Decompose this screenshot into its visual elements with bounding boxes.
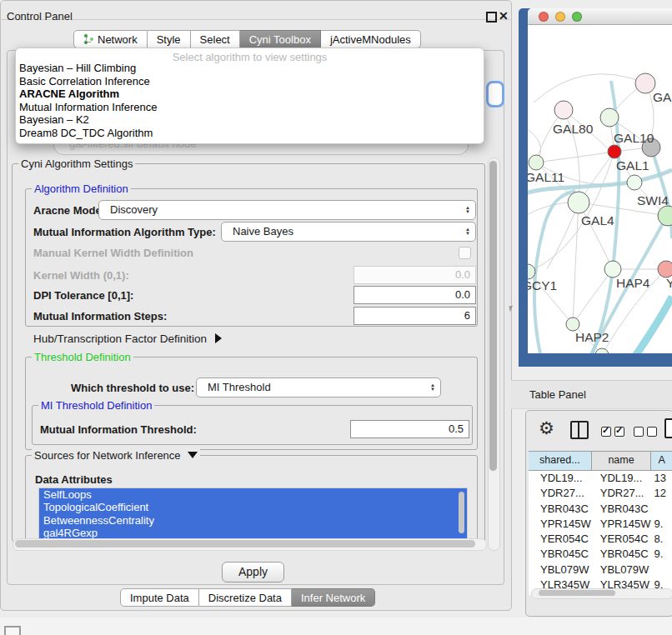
table-row[interactable]: YBR045CYBR045C9. [529, 547, 672, 562]
node-label: GCY1 [528, 278, 557, 292]
split-columns-icon[interactable] [570, 421, 589, 439]
mi-steps-label: Mutual Information Steps: [33, 310, 167, 322]
table-row[interactable]: YBL079WYBL079W [529, 562, 672, 578]
tab-label: Cyni Toolbox [249, 31, 311, 48]
algorithm-option[interactable]: ARACNE Algorithm [16, 88, 484, 101]
attribute-item[interactable]: BetweennessCentrality [39, 514, 467, 527]
network-window-titlebar[interactable] [528, 8, 672, 25]
mi-threshold-field[interactable]: 0.5 [350, 420, 469, 438]
attribute-item[interactable]: TopologicalCoefficient [39, 501, 467, 513]
settings-vertical-scrollbar[interactable] [488, 158, 500, 551]
network-edge[interactable] [536, 152, 614, 162]
hub-definition-toggle[interactable]: Hub/Transcription Factor Definition [33, 332, 222, 345]
control-panel-title: Control Panel [7, 10, 73, 22]
network-node-swi4[interactable] [627, 175, 642, 190]
kernel-width-field[interactable]: 0.0 [354, 266, 476, 284]
aracne-mode-combo[interactable]: Discovery ▲▼ [98, 200, 476, 220]
table-cell: YDL19... [529, 471, 592, 486]
tab-label: Network [98, 31, 138, 48]
tab-label: Style [157, 31, 181, 48]
dpi-tolerance-field[interactable]: 0.0 [354, 286, 476, 304]
expanded-arrow-icon [188, 452, 198, 458]
mi-steps-field[interactable]: 6 [354, 307, 476, 325]
tab-label: jActiveMNodules [330, 31, 411, 48]
control-panel-tabs: NetworkStyleSelectCyni ToolboxjActiveMNo… [73, 30, 421, 48]
data-attributes-list[interactable]: SelfLoopsTopologicalCoefficientBetweenne… [38, 488, 468, 541]
table-cell [651, 562, 672, 578]
table-cell: YBR045C [592, 547, 652, 562]
table-row[interactable]: YER054CYER054C8. [529, 532, 672, 547]
scrollbar-thumb[interactable] [15, 540, 475, 548]
import-table-icon[interactable] [664, 418, 672, 438]
deselect-all-checkboxes-icon[interactable] [634, 425, 660, 440]
algorithm-option[interactable]: Mutual Information Inference [16, 101, 484, 114]
network-node-gal1[interactable] [608, 145, 621, 158]
table-cell: YDL19... [592, 471, 652, 486]
inference-algorithm-combo-focus[interactable] [486, 81, 504, 108]
network-canvas[interactable]: GALGAL80GAL10GAL1GAL11SWI4GAL4GCY1HAP4YH… [528, 25, 672, 353]
network-edge[interactable] [573, 269, 613, 324]
gear-icon[interactable]: ⚙ [539, 419, 554, 437]
tab-discretize-data[interactable]: Discretize Data [199, 588, 292, 607]
tab-infer-network[interactable]: Infer Network [292, 588, 375, 607]
network-node-gal4[interactable] [568, 192, 589, 213]
tab-jactivemnodules[interactable]: jActiveMNodules [321, 30, 421, 48]
algorithm-option[interactable]: Dream8 DC_TDC Algorithm [16, 127, 484, 140]
node-table: shared...nameA YDL19...YDL19...13YDR27..… [529, 451, 672, 595]
mi-algorithm-type-value: Naive Bayes [233, 225, 293, 238]
float-window-icon[interactable] [486, 12, 497, 22]
minimized-window-icon[interactable] [4, 626, 21, 635]
table-row[interactable]: YBR043CYBR043C [529, 502, 672, 517]
mi-algorithm-type-label: Mutual Information Algorithm Type: [33, 226, 216, 238]
close-icon[interactable]: ✕ [499, 9, 509, 22]
network-node-gal10[interactable] [600, 108, 619, 127]
table-cell: YBR045C [529, 547, 592, 562]
table-row[interactable]: YDL19...YDL19...13 [529, 471, 672, 486]
tab-style[interactable]: Style [148, 30, 191, 48]
network-edge-thick[interactable] [624, 297, 672, 353]
network-edge[interactable] [573, 202, 579, 324]
tab-label: Discretize Data [208, 589, 282, 607]
which-threshold-label: Which threshold to use: [71, 382, 194, 394]
list-scrollbar[interactable] [459, 492, 464, 533]
which-threshold-combo[interactable]: MI Threshold ▲▼ [196, 378, 441, 398]
mac-close-icon[interactable] [539, 12, 549, 22]
table-row[interactable]: YDR27...YDR27...12 [529, 486, 672, 501]
network-node-gal80[interactable] [554, 101, 573, 119]
network-node-gal11[interactable] [529, 155, 544, 170]
mi-threshold-label: Mutual Information Threshold: [40, 423, 197, 436]
network-node-hap2[interactable] [566, 318, 579, 331]
table-row[interactable]: YPR145WYPR145W9. [529, 517, 672, 532]
sources-legend[interactable]: Sources for Network Inference [32, 449, 200, 462]
tab-select[interactable]: Select [191, 30, 240, 48]
network-node-y[interactable] [658, 261, 672, 278]
tab-cyni-toolbox[interactable]: Cyni Toolbox [240, 30, 321, 48]
manual-kernel-width-checkbox[interactable] [459, 247, 471, 259]
scrollbar-thumb[interactable] [489, 161, 497, 471]
mi-algorithm-type-combo[interactable]: Naive Bayes ▲▼ [221, 222, 476, 242]
algorithm-option[interactable]: Basic Correlation Inference [16, 75, 484, 88]
column-header[interactable]: name [592, 452, 652, 470]
mac-minimize-icon[interactable] [555, 12, 565, 22]
application-root: Control Panel ✕ NetworkStyleSelectCyni T… [0, 0, 672, 635]
node-label: GAL10 [614, 131, 654, 145]
column-header[interactable]: A [651, 452, 672, 470]
settings-horizontal-scrollbar[interactable] [13, 538, 487, 551]
network-edge[interactable] [534, 74, 645, 102]
node-label: HAP4 [616, 276, 650, 290]
attribute-item[interactable]: SelfLoops [39, 488, 467, 501]
tab-network[interactable]: Network [73, 30, 148, 48]
network-view-window: GALGAL80GAL10GAL1GAL11SWI4GAL4GCY1HAP4YH… [528, 8, 672, 353]
table-horizontal-scrollbar[interactable] [531, 588, 672, 599]
scrollbar-thumb[interactable] [539, 590, 615, 596]
control-panel-titlebar[interactable] [0, 0, 510, 20]
tab-impute-data[interactable]: Impute Data [120, 588, 199, 607]
apply-button[interactable]: Apply [222, 562, 284, 582]
network-node-hap4[interactable] [604, 261, 621, 278]
node-label: GAL80 [553, 122, 594, 136]
select-all-checkboxes-icon[interactable] [601, 425, 628, 440]
algorithm-option[interactable]: Bayesian – K2 [16, 113, 484, 127]
column-header[interactable]: shared... [529, 452, 592, 470]
mac-zoom-icon[interactable] [572, 12, 582, 22]
algorithm-option[interactable]: Bayesian – Hill Climbing [16, 62, 484, 75]
